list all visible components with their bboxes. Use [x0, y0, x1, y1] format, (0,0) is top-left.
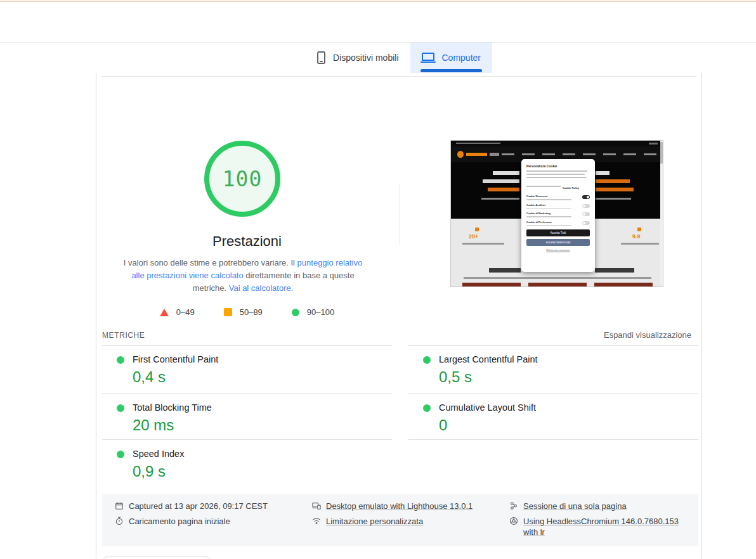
thumb-nav-links [502, 153, 656, 155]
thumb-toggle-row: Cookie di Marketing [526, 212, 590, 217]
meta-throttling: Limitazione personalizzata [312, 516, 502, 527]
meta-browser-version: Using HeadlessChromium 146.0.7680.153 wi… [509, 516, 693, 537]
tab-label: Dispositivi mobili [333, 53, 398, 63]
legend-item-pass: 90–100 [292, 307, 334, 317]
legend-item-average: 50–89 [224, 307, 263, 317]
calculator-link[interactable]: Vai al calcolatore. [229, 283, 294, 293]
thumb-reject-link: Rifiuta non necessari [526, 248, 590, 252]
expand-view-button[interactable]: Espandi visualizzazione [604, 330, 691, 340]
thumb-accept-selected-button: Accetta Selezionati [526, 239, 590, 246]
top-accent-bar [0, 1, 756, 2]
performance-score-title: Prestazioni [102, 233, 392, 250]
thumb-accept-all-button: Accetta Tutti [526, 229, 590, 236]
stopwatch-icon [115, 517, 124, 525]
devices-icon [312, 501, 321, 510]
thumb-topbar [451, 141, 663, 146]
thumb-toggle-off [582, 212, 590, 216]
legend-range: 90–100 [307, 307, 334, 317]
average-square-icon [224, 308, 232, 316]
pass-dot-icon [117, 404, 124, 412]
lighthouse-report-panel: 100 Prestazioni I valori sono delle stim… [96, 73, 702, 559]
metric-cumulative-layout-shift: Cumulative Layout Shift 0 [408, 394, 698, 440]
laptop-icon [422, 53, 434, 61]
score-description-text: I valori sono delle stime e potrebbero v… [124, 258, 297, 267]
tab-computer[interactable]: Computer [410, 42, 492, 73]
device-tabbar: Dispositivi mobili Computer [96, 42, 702, 73]
meta-single-page-session: Sessione di una sola pagina [509, 501, 693, 511]
thumb-cookie-policy-link: Cookie Policy [563, 187, 579, 190]
meta-captured-at: Captured at 13 apr 2026, 09:17 CEST [115, 501, 305, 511]
fail-triangle-icon [160, 309, 169, 316]
thumb-toggle-off [582, 204, 590, 208]
audit-filter-pill[interactable] [102, 556, 211, 559]
score-thumbnail-divider [400, 184, 400, 244]
thumb-toggle-on [582, 195, 590, 199]
report-top-divider [101, 76, 696, 77]
meta-emulated-device: Desktop emulato with Lighthouse 13.0.1 [312, 501, 502, 511]
pass-dot-icon [117, 356, 124, 364]
thumb-stat-left: 20+ [469, 233, 478, 240]
calendar-icon [115, 501, 124, 510]
pass-dot-icon [423, 404, 431, 412]
performance-score-value: 100 [223, 167, 263, 191]
metrics-section-label: METRICHE [102, 331, 145, 340]
metric-total-blocking-time: Total Blocking Time 20 ms [102, 394, 392, 440]
thumb-toggle-off [582, 221, 590, 225]
throttle-icon [312, 517, 321, 525]
score-description: I valori sono delle stime e potrebbero v… [117, 257, 369, 295]
thumb-toggle-row: Cookie Necessari [526, 195, 590, 200]
pass-dot-icon [423, 356, 431, 364]
session-icon [509, 501, 518, 510]
active-tab-indicator [420, 69, 482, 72]
metric-largest-contentful-paint: Largest Contentful Paint 0,5 s [408, 345, 698, 394]
performance-score-gauge[interactable]: 100 [204, 141, 280, 217]
thumb-stat-right: 9.9 [632, 233, 641, 240]
phone-icon [317, 51, 325, 64]
legend-range: 50–89 [240, 307, 263, 317]
score-legend: 0–49 50–89 90–100 [102, 307, 392, 317]
capture-metadata-panel: Captured at 13 apr 2026, 09:17 CEST Cari… [102, 494, 698, 546]
tab-label: Computer [442, 53, 481, 63]
thumb-scrollbar [660, 141, 663, 286]
metric-speed-index: Speed Index 0,9 s [102, 440, 392, 486]
thumb-toggle-row: Cookie di Preferenza [526, 221, 590, 226]
meta-initial-page-load: Caricamento pagina iniziale [115, 516, 305, 527]
metric-first-contentful-paint: First Contentful Paint 0,4 s [102, 345, 392, 394]
tab-dispositivi-mobili[interactable]: Dispositivi mobili [306, 42, 410, 73]
pass-circle-icon [292, 309, 299, 316]
legend-item-fail: 0–49 [160, 307, 195, 317]
chrome-icon [509, 517, 518, 525]
thumb-site-logo [457, 151, 464, 158]
thumb-cookie-modal: Personalizza Cookie Cookie Policy Cookie… [521, 159, 595, 272]
pass-dot-icon [117, 451, 124, 458]
thumb-cookie-modal-title: Personalizza Cookie [526, 164, 590, 168]
page-screenshot-thumbnail: 20+ 9.9 Personalizza Cookie Cookie Polic… [450, 140, 663, 287]
legend-range: 0–49 [176, 307, 195, 317]
thumb-toggle-row: Cookie Analitici [526, 203, 590, 209]
